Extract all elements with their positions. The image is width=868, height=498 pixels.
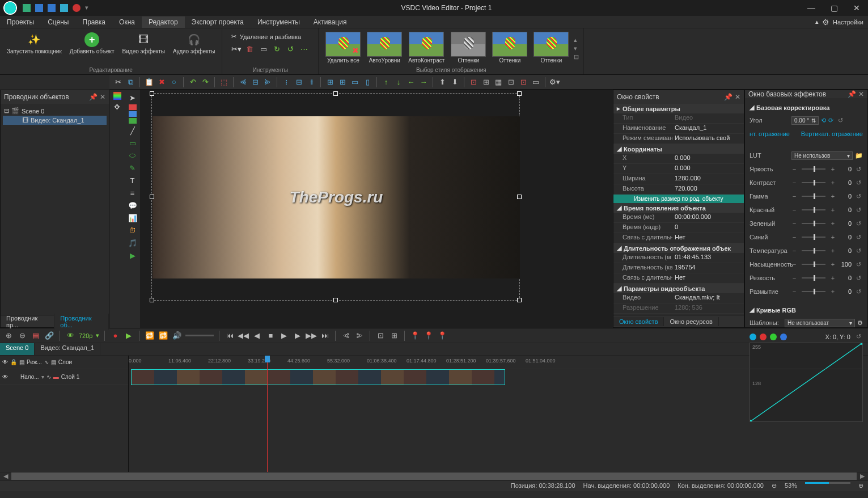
stop-icon[interactable]: ■ <box>265 331 276 341</box>
split-icon[interactable]: ✂ <box>231 33 236 40</box>
minus-icon[interactable]: − <box>791 275 797 281</box>
ungroup-icon[interactable]: ⊞ <box>481 77 491 87</box>
visible-icon[interactable]: 👁 <box>2 374 8 380</box>
section-rgb-curves[interactable]: ◢ Кривые RGB <box>750 304 863 316</box>
slider-5[interactable] <box>802 237 825 238</box>
menu-activation[interactable]: Активация <box>307 16 354 28</box>
close-icon[interactable]: ✕ <box>735 93 740 101</box>
marker3-icon[interactable]: 📍 <box>437 331 447 341</box>
minus-icon[interactable]: − <box>791 193 797 200</box>
back-icon[interactable]: ⬇ <box>450 77 460 87</box>
expand-icon[interactable]: ⊟ <box>4 107 9 115</box>
slider-2[interactable] <box>802 196 825 197</box>
eye-icon[interactable]: 👁 <box>65 331 75 341</box>
reset-icon[interactable]: ↺ <box>854 206 863 214</box>
style-shades1[interactable]: Оттенки <box>448 31 488 66</box>
spectrum-icon[interactable] <box>113 92 121 100</box>
cut-icon[interactable]: ✂▾ <box>231 44 242 54</box>
hflip-link[interactable]: нт. отражение <box>750 130 790 137</box>
menu-scenes[interactable]: Сцены <box>41 16 75 28</box>
timeline-tab-video[interactable]: Видео: Скандал_1 <box>35 343 100 355</box>
preview-canvas[interactable]: TheProgs.ru <box>140 90 613 328</box>
zoom-sel-icon[interactable]: ⊞ <box>389 331 399 341</box>
rotate-90-icon[interactable]: ⟳ <box>828 117 833 124</box>
minus-icon[interactable]: − <box>791 179 797 186</box>
arrow-up-icon[interactable]: ↑ <box>381 77 391 87</box>
front-icon[interactable]: ⬆ <box>437 77 447 87</box>
ruler-icon[interactable]: ▭ <box>531 77 541 87</box>
grid-icon[interactable]: ▦ <box>493 77 503 87</box>
align-center-icon[interactable]: ⊟ <box>250 77 260 87</box>
minus-icon[interactable]: − <box>791 234 797 240</box>
minus-icon[interactable]: − <box>791 261 797 268</box>
layers2-icon[interactable]: ▤ <box>51 359 56 365</box>
reset-icon[interactable]: ↺ <box>854 261 863 268</box>
style-shades2[interactable]: Оттенки <box>490 31 530 66</box>
prev-frame-icon[interactable]: ◀◀ <box>238 331 248 341</box>
qat-dropdown-icon[interactable]: ▾ <box>85 4 93 12</box>
layer-icon[interactable]: ▬ <box>53 374 59 380</box>
quality-dropdown[interactable]: 720p <box>79 332 92 339</box>
record-icon[interactable]: ● <box>110 331 120 341</box>
next-frame-icon[interactable]: ▶▶ <box>306 331 316 341</box>
zoom-fit-icon[interactable]: ⊡ <box>375 331 386 341</box>
menu-export[interactable]: Экспорт проекта <box>185 16 251 28</box>
prop-x[interactable]: 0.000 <box>672 154 744 163</box>
reset-icon[interactable]: ↺ <box>836 117 845 124</box>
zoom-slider[interactable] <box>805 482 850 484</box>
reset-icon[interactable]: ↺ <box>854 275 863 282</box>
goto-start-icon[interactable]: ⏮ <box>225 331 235 341</box>
reset-icon[interactable]: ↺ <box>854 247 863 255</box>
style-up-icon[interactable]: ▴ <box>574 36 579 44</box>
section-duration[interactable]: ◢ Длительность отображения объек <box>613 243 744 253</box>
audio-effects-button[interactable]: 🎧Аудио эффекты <box>171 31 217 66</box>
more-icon[interactable]: ⋯ <box>299 44 310 54</box>
prop-video-file[interactable]: Скандал.mkv; It <box>672 293 744 303</box>
same-w-icon[interactable]: ▭ <box>350 77 360 87</box>
slider-8[interactable] <box>802 277 825 278</box>
plus-icon[interactable]: + <box>830 261 836 268</box>
tracks-icon[interactable]: ▤ <box>31 331 41 341</box>
loop-icon[interactable]: 🔁 <box>145 331 155 341</box>
video-effects-button[interactable]: 🎞Видео эффекты <box>120 31 167 66</box>
settings-icon[interactable]: ⚙ <box>857 319 863 327</box>
plus-icon[interactable]: + <box>830 179 836 186</box>
timeline-tab-scene[interactable]: Scene 0 <box>0 343 35 355</box>
pin-icon[interactable]: 📌 <box>724 93 732 101</box>
prop-time-ms[interactable]: 00:00:00.000 <box>672 213 744 222</box>
spectrum2-icon[interactable]: ▶ <box>127 250 138 261</box>
add-object-button[interactable]: +Добавить объект <box>67 31 117 66</box>
slider-4[interactable] <box>802 223 825 224</box>
visible-icon[interactable]: 👁 <box>2 359 8 365</box>
align-top-icon[interactable]: ⫶ <box>281 77 291 87</box>
reset-icon[interactable]: ↺ <box>854 234 863 241</box>
video-clip[interactable] <box>131 369 505 385</box>
section-appear[interactable]: ◢ Время появления объекта <box>613 203 744 213</box>
copy-icon[interactable]: ⧉ <box>125 77 136 87</box>
reset-icon[interactable]: ↺ <box>854 193 863 200</box>
vflip-link[interactable]: Вертикал. отражение <box>801 130 863 137</box>
plus-icon[interactable]: + <box>830 275 836 281</box>
prop-blend[interactable]: Использовать свой <box>672 134 744 144</box>
minus-icon[interactable]: − <box>791 288 797 295</box>
arrow-down-icon[interactable]: ↓ <box>393 77 404 87</box>
rect-red-icon[interactable] <box>129 104 137 110</box>
folder-icon[interactable]: 📁 <box>855 152 863 159</box>
trash-icon[interactable]: 🗑 <box>245 44 255 54</box>
section-videoparams[interactable]: ◢ Параметры видеообъекта <box>613 284 744 293</box>
prop-link1[interactable]: Нет <box>672 233 744 243</box>
prop-link2[interactable]: Нет <box>672 273 744 283</box>
prop-y[interactable]: 0.000 <box>672 164 744 174</box>
video-frame[interactable]: TheProgs.ru <box>151 93 520 301</box>
redo-icon[interactable]: ↷ <box>200 77 210 87</box>
tab-properties[interactable]: Окно свойств <box>613 317 664 326</box>
prop-name[interactable]: Скандал_1 <box>672 124 744 133</box>
select-icon[interactable]: ⬚ <box>219 77 229 87</box>
minimize-button[interactable]: — <box>800 0 823 16</box>
arrow-left-icon[interactable]: ← <box>406 77 416 87</box>
reset-icon[interactable]: ↺ <box>854 166 863 173</box>
slider-6[interactable] <box>802 250 825 251</box>
paste-icon[interactable]: 📋 <box>144 77 154 87</box>
tree-root-scene[interactable]: ⊟🎬Scene 0 <box>3 106 107 116</box>
close-button[interactable]: ✕ <box>845 0 868 16</box>
